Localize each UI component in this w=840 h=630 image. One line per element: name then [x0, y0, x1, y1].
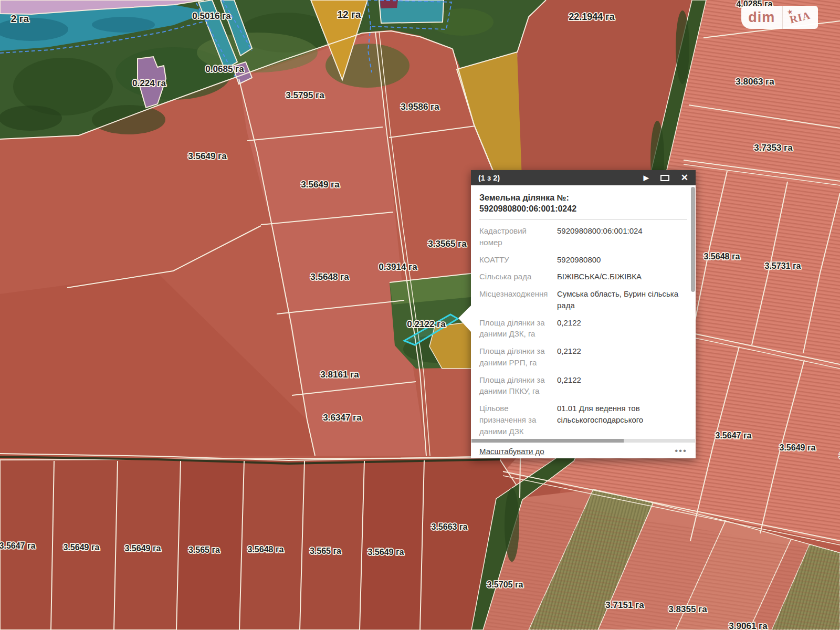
area-label: 3.5649 га — [301, 180, 340, 190]
maximize-icon[interactable] — [660, 175, 669, 181]
area-label: 3.8355 га — [668, 604, 707, 614]
dim-ria-logo[interactable]: dim ★ RIA — [741, 6, 818, 29]
popup-row: Кадастровий номер5920980800:06:001:024 — [479, 225, 687, 248]
horizontal-scrollbar[interactable] — [471, 439, 696, 444]
field-value: 01.01 Для ведення тов сільськогосподарсь… — [557, 403, 679, 437]
field-label: Площа ділянки за даними ДЗК, га — [479, 317, 557, 340]
area-label: 3.8161 га — [320, 370, 359, 380]
area-label: 0.2122 га — [407, 319, 446, 329]
area-label: 2 га — [11, 13, 29, 24]
next-feature-icon[interactable]: ▶ — [644, 174, 649, 181]
area-label: 3.5648 га — [704, 252, 740, 261]
area-label: 3.5648 га — [310, 272, 349, 282]
popup-row: КОАТТУ5920980800 — [479, 254, 687, 266]
area-label: 3.5663 га — [432, 522, 468, 531]
area-label: 3.9586 га — [401, 102, 439, 112]
title-divider — [479, 219, 687, 219]
area-label: 3.8063 га — [736, 77, 774, 87]
area-label: 0.224 га — [132, 78, 166, 88]
field-value: 5920980800 — [557, 254, 679, 266]
area-label: 3.6347 га — [323, 413, 362, 423]
field-value: 0,2122 — [557, 317, 679, 340]
area-label: 3.5649 га — [368, 548, 404, 556]
area-label: 3.9061 га — [729, 621, 768, 630]
scrollbar-track[interactable] — [471, 439, 695, 443]
area-label: 3.5648 га — [248, 545, 284, 554]
area-label: 3.565 га — [310, 547, 341, 555]
field-label: Місцезнаходження — [479, 288, 557, 311]
area-label: 0.5016 га — [192, 11, 231, 21]
area-label: 3.565 га — [188, 545, 220, 554]
ria-logo-cell: ★ RIA — [783, 6, 818, 29]
ria-logo-text: ★ RIA — [789, 9, 812, 26]
popup-pagination: (1 з 2) — [478, 174, 500, 182]
popup-header: (1 з 2) ▶ ✕ — [471, 170, 696, 185]
forest-texture — [0, 106, 62, 131]
area-label: 3.5647 га — [0, 541, 36, 550]
area-label: 0.0685 га — [205, 64, 244, 74]
area-label: 3.5649 га — [125, 544, 161, 553]
parcel-title-line1: Земельна ділянка №: — [479, 192, 687, 203]
field-value: 0,2122 — [557, 345, 679, 369]
area-label: 0.3914 га — [379, 262, 417, 272]
field-label: Цільове призначення за даними ДЗК — [479, 403, 557, 437]
field-value: 5920980800:06:001:024 — [557, 225, 679, 248]
area-label: 3.5731 га — [765, 261, 801, 270]
area-label: 12 га — [338, 9, 361, 20]
area-label: 22.1944 га — [569, 12, 615, 22]
popup-row: Площа ділянки за даними ДЗК, га0,2122 — [479, 317, 687, 340]
popup-callout-arrow — [458, 306, 471, 332]
field-label: КОАТТУ — [479, 254, 557, 266]
close-icon[interactable]: ✕ — [681, 173, 688, 182]
popup-row: Цільове призначення за даними ДЗК01.01 Д… — [479, 403, 687, 437]
field-label: Площа ділянки за даними ПККУ, га — [479, 374, 557, 397]
teal-dark-patch — [92, 17, 155, 33]
field-label: Площа ділянки за даними РРП, га — [479, 345, 557, 369]
field-value: БІЖІВСЬКА/С.БІЖІВКА — [557, 271, 679, 282]
field-value: 0,2122 — [557, 374, 679, 397]
dim-logo-text: dim — [741, 6, 783, 29]
area-label: 3.7151 га — [605, 600, 644, 610]
area-label: 3.3565 га — [428, 239, 467, 249]
field-value: Сумська область, Бурин сільська рада — [557, 288, 679, 311]
field-label: Сільська рада — [479, 271, 557, 282]
area-label: 3.5647 га — [716, 431, 752, 440]
map-viewer-screen: 2 га0.5016 га12 га22.1944 га4.0285 га0.0… — [0, 0, 840, 630]
field-label: Кадастровий номер — [479, 225, 557, 248]
tree-band-texture — [676, 10, 689, 84]
tree-band-texture — [505, 488, 519, 562]
parcel-info-popup: (1 з 2) ▶ ✕ Земельна ділянка №: 59209808… — [471, 170, 696, 458]
scrollbar-thumb[interactable] — [471, 439, 624, 443]
popup-row: Сільська радаБІЖІВСЬКА/С.БІЖІВКА — [479, 271, 687, 282]
parcel-title: Земельна ділянка №: 5920980800:06:001:02… — [479, 192, 687, 214]
popup-footer: Масштабувати до ••• — [471, 444, 696, 458]
popup-body: Земельна ділянка №: 5920980800:06:001:02… — [471, 185, 696, 439]
star-icon: ★ — [787, 8, 794, 16]
forest-texture — [92, 105, 165, 134]
area-label: 3.5795 га — [286, 90, 324, 100]
parcel-maroon — [380, 0, 398, 8]
popup-row: Площа ділянки за даними РРП, га0,2122 — [479, 345, 687, 369]
area-label: 3.5705 га — [487, 580, 523, 589]
bottom-row-shade — [360, 461, 424, 630]
area-label: 3.5649 га — [64, 543, 100, 552]
parcel-title-number: 5920980800:06:001:0242 — [479, 203, 687, 214]
popup-row: МісцезнаходженняСумська область, Бурин с… — [479, 288, 687, 311]
area-label: 3.5649 га — [188, 151, 227, 161]
vertical-scrollbar-thumb[interactable] — [691, 187, 695, 292]
popup-row: Площа ділянки за даними ПККУ, га0,2122 — [479, 374, 687, 397]
cadastral-map[interactable]: 2 га0.5016 га12 га22.1944 га4.0285 га0.0… — [0, 0, 840, 630]
zoom-to-link[interactable]: Масштабувати до — [479, 447, 544, 456]
area-label: 3.5649 га — [780, 443, 816, 452]
area-label: 3.7353 га — [754, 143, 793, 153]
parcel-attributes-table: Кадастровий номер5920980800:06:001:024КО… — [479, 225, 687, 437]
